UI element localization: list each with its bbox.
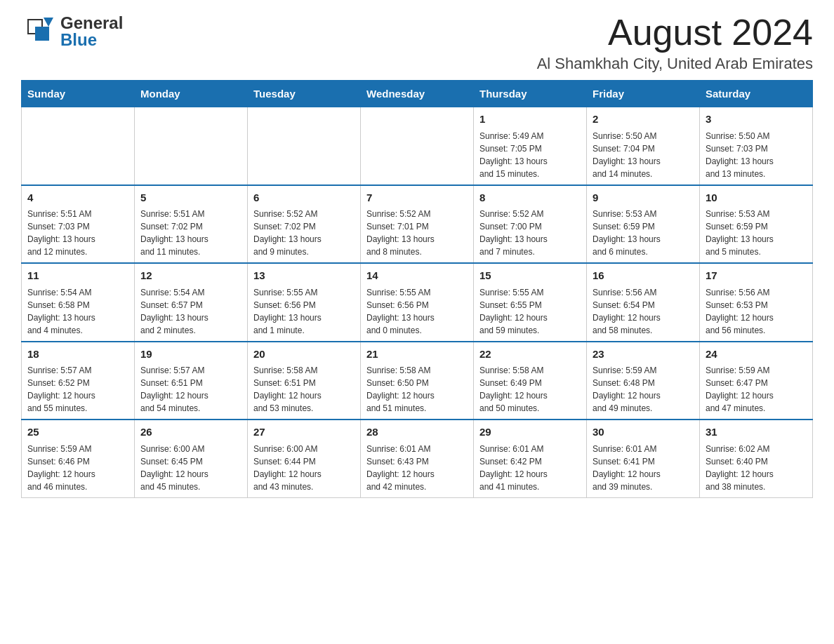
day-number: 20 xyxy=(253,347,355,363)
calendar-cell: 11Sunrise: 5:54 AMSunset: 6:58 PMDayligh… xyxy=(22,263,135,342)
day-info: Sunrise: 6:00 AM xyxy=(140,443,241,455)
calendar-cell xyxy=(22,107,135,185)
calendar-cell: 26Sunrise: 6:00 AMSunset: 6:45 PMDayligh… xyxy=(135,420,248,497)
calendar-cell: 3Sunrise: 5:50 AMSunset: 7:03 PMDaylight… xyxy=(700,107,813,185)
day-info: and 12 minutes. xyxy=(27,246,128,258)
day-info: Sunrise: 5:51 AM xyxy=(27,208,128,220)
day-info: Sunset: 7:02 PM xyxy=(140,220,241,233)
day-info: Daylight: 13 hours xyxy=(479,155,581,168)
day-info: Daylight: 12 hours xyxy=(27,389,128,402)
calendar-cell: 8Sunrise: 5:52 AMSunset: 7:00 PMDaylight… xyxy=(474,185,587,264)
day-info: Sunrise: 5:56 AM xyxy=(593,286,694,299)
calendar-cell xyxy=(361,107,474,185)
day-info: Daylight: 12 hours xyxy=(366,468,468,481)
day-number: 28 xyxy=(366,424,468,441)
day-info: and 0 minutes. xyxy=(366,324,468,337)
day-info: Daylight: 12 hours xyxy=(706,389,807,402)
day-info: Daylight: 13 hours xyxy=(140,233,241,246)
day-info: Sunset: 6:42 PM xyxy=(479,455,581,468)
day-info: Sunset: 6:41 PM xyxy=(593,455,694,468)
day-info: Daylight: 13 hours xyxy=(706,233,807,246)
calendar-cell: 22Sunrise: 5:58 AMSunset: 6:49 PMDayligh… xyxy=(474,342,587,420)
calendar-cell: 24Sunrise: 5:59 AMSunset: 6:47 PMDayligh… xyxy=(700,342,813,420)
day-info: and 38 minutes. xyxy=(706,481,807,493)
calendar-cell: 6Sunrise: 5:52 AMSunset: 7:02 PMDaylight… xyxy=(248,185,361,264)
day-number: 30 xyxy=(593,424,694,441)
logo: General Blue xyxy=(21,14,123,49)
page-header: General Blue August 2024 Al Shamkhah Cit… xyxy=(21,14,813,73)
day-number: 9 xyxy=(593,190,694,206)
day-info: Sunset: 6:45 PM xyxy=(140,455,241,468)
header-wednesday: Wednesday xyxy=(361,81,474,107)
day-info: Sunrise: 5:52 AM xyxy=(479,208,581,220)
day-info: Daylight: 13 hours xyxy=(593,233,694,246)
day-number: 5 xyxy=(140,190,241,206)
day-info: and 49 minutes. xyxy=(593,402,694,415)
day-info: and 14 minutes. xyxy=(593,168,694,180)
day-number: 17 xyxy=(706,268,807,284)
day-info: Daylight: 12 hours xyxy=(706,468,807,481)
day-info: Sunrise: 5:54 AM xyxy=(140,286,241,299)
calendar-cell: 17Sunrise: 5:56 AMSunset: 6:53 PMDayligh… xyxy=(700,263,813,342)
day-info: Sunset: 7:00 PM xyxy=(479,220,581,233)
calendar-cell: 21Sunrise: 5:58 AMSunset: 6:50 PMDayligh… xyxy=(361,342,474,420)
day-info: Sunrise: 5:54 AM xyxy=(27,286,128,299)
day-info: Sunset: 6:57 PM xyxy=(140,299,241,311)
day-number: 31 xyxy=(706,424,807,441)
calendar-cell: 14Sunrise: 5:55 AMSunset: 6:56 PMDayligh… xyxy=(361,263,474,342)
day-number: 7 xyxy=(366,190,468,206)
day-info: Sunset: 6:46 PM xyxy=(27,455,128,468)
header-thursday: Thursday xyxy=(474,81,587,107)
day-number: 18 xyxy=(27,347,128,363)
day-info: and 47 minutes. xyxy=(706,402,807,415)
day-info: Sunrise: 5:56 AM xyxy=(706,286,807,299)
day-info: and 9 minutes. xyxy=(253,246,355,258)
day-info: Daylight: 13 hours xyxy=(366,311,468,324)
calendar-cell xyxy=(135,107,248,185)
day-info: and 45 minutes. xyxy=(140,481,241,493)
day-info: Sunrise: 6:02 AM xyxy=(706,443,807,455)
day-info: and 8 minutes. xyxy=(366,246,468,258)
day-info: Sunrise: 5:51 AM xyxy=(140,208,241,220)
day-info: Daylight: 13 hours xyxy=(706,155,807,168)
day-info: Sunrise: 5:49 AM xyxy=(479,130,581,142)
day-info: Sunrise: 5:58 AM xyxy=(253,364,355,377)
calendar-cell xyxy=(248,107,361,185)
day-info: Sunset: 6:55 PM xyxy=(479,299,581,311)
day-info: and 46 minutes. xyxy=(27,481,128,493)
calendar-week-1: 1Sunrise: 5:49 AMSunset: 7:05 PMDaylight… xyxy=(22,107,813,185)
calendar-cell: 23Sunrise: 5:59 AMSunset: 6:48 PMDayligh… xyxy=(587,342,700,420)
day-number: 11 xyxy=(27,268,128,284)
day-number: 14 xyxy=(366,268,468,284)
logo-general: General xyxy=(60,15,123,32)
day-number: 27 xyxy=(253,424,355,441)
day-info: and 56 minutes. xyxy=(706,324,807,337)
day-info: and 5 minutes. xyxy=(706,246,807,258)
day-info: Sunset: 6:52 PM xyxy=(27,377,128,389)
day-info: Sunset: 6:53 PM xyxy=(706,299,807,311)
calendar-cell: 15Sunrise: 5:55 AMSunset: 6:55 PMDayligh… xyxy=(474,263,587,342)
day-info: Sunrise: 5:58 AM xyxy=(479,364,581,377)
logo-icon xyxy=(21,14,56,49)
day-info: Daylight: 12 hours xyxy=(140,468,241,481)
header-saturday: Saturday xyxy=(700,81,813,107)
day-info: Sunset: 6:44 PM xyxy=(253,455,355,468)
day-info: Daylight: 12 hours xyxy=(593,389,694,402)
day-number: 6 xyxy=(253,190,355,206)
logo-blue: Blue xyxy=(60,32,123,48)
calendar-table: SundayMondayTuesdayWednesdayThursdayFrid… xyxy=(21,80,813,498)
day-info: and 51 minutes. xyxy=(366,402,468,415)
day-info: Sunrise: 6:01 AM xyxy=(593,443,694,455)
calendar-cell: 7Sunrise: 5:52 AMSunset: 7:01 PMDaylight… xyxy=(361,185,474,264)
day-number: 13 xyxy=(253,268,355,284)
day-info: and 7 minutes. xyxy=(479,246,581,258)
day-info: and 15 minutes. xyxy=(479,168,581,180)
day-info: Daylight: 13 hours xyxy=(27,233,128,246)
day-info: Sunset: 6:58 PM xyxy=(27,299,128,311)
header-sunday: Sunday xyxy=(22,81,135,107)
day-number: 10 xyxy=(706,190,807,206)
calendar-title: August 2024 xyxy=(537,14,813,51)
calendar-cell: 12Sunrise: 5:54 AMSunset: 6:57 PMDayligh… xyxy=(135,263,248,342)
calendar-header-row: SundayMondayTuesdayWednesdayThursdayFrid… xyxy=(22,81,813,107)
calendar-cell: 13Sunrise: 5:55 AMSunset: 6:56 PMDayligh… xyxy=(248,263,361,342)
